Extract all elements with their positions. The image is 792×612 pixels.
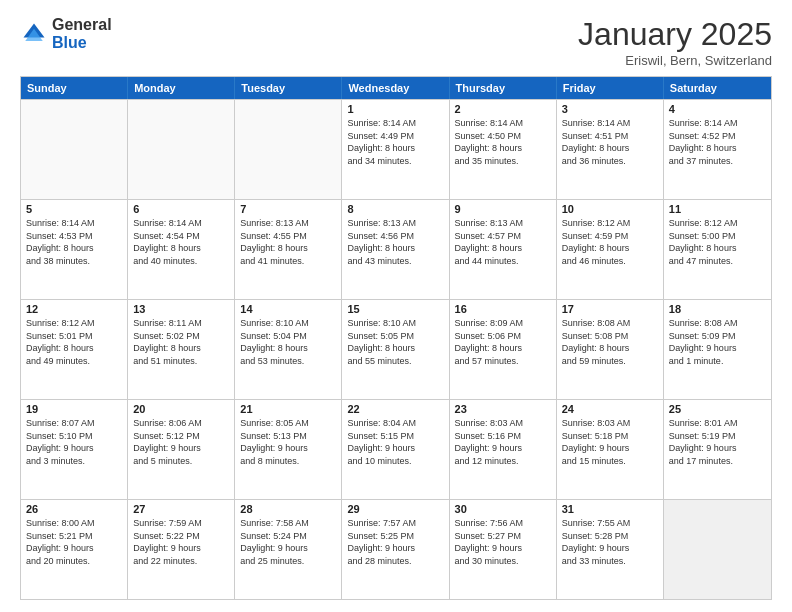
cal-row-1: 5Sunrise: 8:14 AM Sunset: 4:53 PM Daylig… [21, 199, 771, 299]
cal-cell-1-5: 10Sunrise: 8:12 AM Sunset: 4:59 PM Dayli… [557, 200, 664, 299]
page: General Blue January 2025 Eriswil, Bern,… [0, 0, 792, 612]
day-number: 30 [455, 503, 551, 515]
day-number: 31 [562, 503, 658, 515]
cal-cell-2-1: 13Sunrise: 8:11 AM Sunset: 5:02 PM Dayli… [128, 300, 235, 399]
cal-cell-3-2: 21Sunrise: 8:05 AM Sunset: 5:13 PM Dayli… [235, 400, 342, 499]
cell-info: Sunrise: 8:03 AM Sunset: 5:16 PM Dayligh… [455, 417, 551, 467]
title-block: January 2025 Eriswil, Bern, Switzerland [578, 16, 772, 68]
cal-cell-1-0: 5Sunrise: 8:14 AM Sunset: 4:53 PM Daylig… [21, 200, 128, 299]
day-number: 16 [455, 303, 551, 315]
day-number: 23 [455, 403, 551, 415]
day-number: 6 [133, 203, 229, 215]
cell-info: Sunrise: 7:57 AM Sunset: 5:25 PM Dayligh… [347, 517, 443, 567]
cal-cell-0-0 [21, 100, 128, 199]
day-number: 20 [133, 403, 229, 415]
day-number: 29 [347, 503, 443, 515]
cell-info: Sunrise: 8:08 AM Sunset: 5:08 PM Dayligh… [562, 317, 658, 367]
cal-cell-3-6: 25Sunrise: 8:01 AM Sunset: 5:19 PM Dayli… [664, 400, 771, 499]
day-number: 4 [669, 103, 766, 115]
cal-cell-4-0: 26Sunrise: 8:00 AM Sunset: 5:21 PM Dayli… [21, 500, 128, 599]
cell-info: Sunrise: 8:01 AM Sunset: 5:19 PM Dayligh… [669, 417, 766, 467]
weekday-header-tuesday: Tuesday [235, 77, 342, 99]
cal-cell-2-5: 17Sunrise: 8:08 AM Sunset: 5:08 PM Dayli… [557, 300, 664, 399]
cell-info: Sunrise: 8:14 AM Sunset: 4:52 PM Dayligh… [669, 117, 766, 167]
day-number: 24 [562, 403, 658, 415]
calendar-body: 1Sunrise: 8:14 AM Sunset: 4:49 PM Daylig… [21, 99, 771, 599]
day-number: 21 [240, 403, 336, 415]
cal-cell-4-4: 30Sunrise: 7:56 AM Sunset: 5:27 PM Dayli… [450, 500, 557, 599]
cal-cell-1-1: 6Sunrise: 8:14 AM Sunset: 4:54 PM Daylig… [128, 200, 235, 299]
day-number: 1 [347, 103, 443, 115]
cell-info: Sunrise: 8:12 AM Sunset: 5:01 PM Dayligh… [26, 317, 122, 367]
cell-info: Sunrise: 8:14 AM Sunset: 4:50 PM Dayligh… [455, 117, 551, 167]
cal-cell-3-5: 24Sunrise: 8:03 AM Sunset: 5:18 PM Dayli… [557, 400, 664, 499]
cell-info: Sunrise: 8:13 AM Sunset: 4:57 PM Dayligh… [455, 217, 551, 267]
cell-info: Sunrise: 8:10 AM Sunset: 5:05 PM Dayligh… [347, 317, 443, 367]
cell-info: Sunrise: 7:58 AM Sunset: 5:24 PM Dayligh… [240, 517, 336, 567]
cell-info: Sunrise: 8:12 AM Sunset: 5:00 PM Dayligh… [669, 217, 766, 267]
cell-info: Sunrise: 8:06 AM Sunset: 5:12 PM Dayligh… [133, 417, 229, 467]
weekday-header-sunday: Sunday [21, 77, 128, 99]
cell-info: Sunrise: 8:14 AM Sunset: 4:53 PM Dayligh… [26, 217, 122, 267]
cal-cell-0-3: 1Sunrise: 8:14 AM Sunset: 4:49 PM Daylig… [342, 100, 449, 199]
cal-cell-3-0: 19Sunrise: 8:07 AM Sunset: 5:10 PM Dayli… [21, 400, 128, 499]
day-number: 26 [26, 503, 122, 515]
weekday-header-monday: Monday [128, 77, 235, 99]
cell-info: Sunrise: 8:08 AM Sunset: 5:09 PM Dayligh… [669, 317, 766, 367]
cell-info: Sunrise: 8:14 AM Sunset: 4:54 PM Dayligh… [133, 217, 229, 267]
logo: General Blue [20, 16, 112, 51]
header: General Blue January 2025 Eriswil, Bern,… [20, 16, 772, 68]
day-number: 5 [26, 203, 122, 215]
cal-cell-1-2: 7Sunrise: 8:13 AM Sunset: 4:55 PM Daylig… [235, 200, 342, 299]
day-number: 9 [455, 203, 551, 215]
cal-cell-3-3: 22Sunrise: 8:04 AM Sunset: 5:15 PM Dayli… [342, 400, 449, 499]
day-number: 8 [347, 203, 443, 215]
cal-cell-2-3: 15Sunrise: 8:10 AM Sunset: 5:05 PM Dayli… [342, 300, 449, 399]
cal-cell-4-6 [664, 500, 771, 599]
cal-row-3: 19Sunrise: 8:07 AM Sunset: 5:10 PM Dayli… [21, 399, 771, 499]
weekday-header-saturday: Saturday [664, 77, 771, 99]
cal-cell-0-4: 2Sunrise: 8:14 AM Sunset: 4:50 PM Daylig… [450, 100, 557, 199]
day-number: 13 [133, 303, 229, 315]
cal-cell-4-2: 28Sunrise: 7:58 AM Sunset: 5:24 PM Dayli… [235, 500, 342, 599]
day-number: 10 [562, 203, 658, 215]
cell-info: Sunrise: 8:00 AM Sunset: 5:21 PM Dayligh… [26, 517, 122, 567]
cell-info: Sunrise: 8:13 AM Sunset: 4:56 PM Dayligh… [347, 217, 443, 267]
day-number: 28 [240, 503, 336, 515]
cal-cell-2-6: 18Sunrise: 8:08 AM Sunset: 5:09 PM Dayli… [664, 300, 771, 399]
cal-cell-3-1: 20Sunrise: 8:06 AM Sunset: 5:12 PM Dayli… [128, 400, 235, 499]
cal-cell-0-5: 3Sunrise: 8:14 AM Sunset: 4:51 PM Daylig… [557, 100, 664, 199]
cal-row-4: 26Sunrise: 8:00 AM Sunset: 5:21 PM Dayli… [21, 499, 771, 599]
cal-cell-1-3: 8Sunrise: 8:13 AM Sunset: 4:56 PM Daylig… [342, 200, 449, 299]
logo-icon [20, 20, 48, 48]
cal-cell-4-5: 31Sunrise: 7:55 AM Sunset: 5:28 PM Dayli… [557, 500, 664, 599]
weekday-header-wednesday: Wednesday [342, 77, 449, 99]
month-title: January 2025 [578, 16, 772, 53]
cell-info: Sunrise: 7:55 AM Sunset: 5:28 PM Dayligh… [562, 517, 658, 567]
cal-cell-0-6: 4Sunrise: 8:14 AM Sunset: 4:52 PM Daylig… [664, 100, 771, 199]
cell-info: Sunrise: 8:14 AM Sunset: 4:51 PM Dayligh… [562, 117, 658, 167]
cell-info: Sunrise: 8:14 AM Sunset: 4:49 PM Dayligh… [347, 117, 443, 167]
cal-row-0: 1Sunrise: 8:14 AM Sunset: 4:49 PM Daylig… [21, 99, 771, 199]
cal-cell-2-2: 14Sunrise: 8:10 AM Sunset: 5:04 PM Dayli… [235, 300, 342, 399]
cell-info: Sunrise: 8:04 AM Sunset: 5:15 PM Dayligh… [347, 417, 443, 467]
cell-info: Sunrise: 8:05 AM Sunset: 5:13 PM Dayligh… [240, 417, 336, 467]
cell-info: Sunrise: 7:56 AM Sunset: 5:27 PM Dayligh… [455, 517, 551, 567]
cell-info: Sunrise: 8:07 AM Sunset: 5:10 PM Dayligh… [26, 417, 122, 467]
location: Eriswil, Bern, Switzerland [578, 53, 772, 68]
cal-cell-0-2 [235, 100, 342, 199]
day-number: 14 [240, 303, 336, 315]
weekday-header-thursday: Thursday [450, 77, 557, 99]
day-number: 17 [562, 303, 658, 315]
day-number: 2 [455, 103, 551, 115]
day-number: 19 [26, 403, 122, 415]
cell-info: Sunrise: 8:12 AM Sunset: 4:59 PM Dayligh… [562, 217, 658, 267]
logo-blue-text: Blue [52, 34, 112, 52]
logo-general-text: General [52, 16, 112, 34]
cal-cell-1-4: 9Sunrise: 8:13 AM Sunset: 4:57 PM Daylig… [450, 200, 557, 299]
cell-info: Sunrise: 8:11 AM Sunset: 5:02 PM Dayligh… [133, 317, 229, 367]
cell-info: Sunrise: 7:59 AM Sunset: 5:22 PM Dayligh… [133, 517, 229, 567]
day-number: 7 [240, 203, 336, 215]
cal-row-2: 12Sunrise: 8:12 AM Sunset: 5:01 PM Dayli… [21, 299, 771, 399]
cal-cell-2-4: 16Sunrise: 8:09 AM Sunset: 5:06 PM Dayli… [450, 300, 557, 399]
